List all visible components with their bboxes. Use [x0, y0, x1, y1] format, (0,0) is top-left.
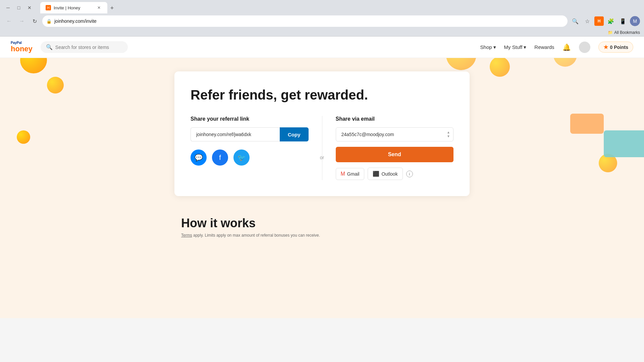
share-email-label: Share via email — [336, 116, 454, 122]
email-arrows: ▲ ▼ — [447, 131, 450, 138]
all-bookmarks-link[interactable]: 📁 All Bookmarks — [608, 30, 640, 35]
browser-toolbar: ← → ↻ 🔒 joinhoney.com/invite 🔍 ☆ H 🧩 📱 M — [0, 13, 644, 29]
profile-avatar[interactable]: M — [630, 16, 640, 26]
share-link-label: Share your referral link — [191, 116, 309, 122]
shop-chevron-icon: ▾ — [493, 44, 496, 50]
extensions-button[interactable]: 🧩 — [606, 16, 616, 26]
paypal-label: PayPal — [11, 41, 33, 45]
email-clients: M Gmail ⬛ Outlook i — [336, 168, 454, 180]
rewards-link[interactable]: Rewards — [534, 44, 554, 50]
gmail-icon: M — [341, 171, 345, 177]
toolbar-icons: 🔍 ☆ H 🧩 📱 M — [570, 16, 640, 26]
maximize-button[interactable]: □ — [14, 3, 23, 12]
coin-decoration — [599, 154, 617, 172]
device-button[interactable]: 📱 — [618, 16, 628, 26]
points-badge[interactable]: ★ 0 Points — [598, 42, 633, 53]
orange-decoration — [570, 114, 604, 134]
page-content: PayPal honey 🔍 Shop ▾ My Stuff ▾ Rewards… — [0, 37, 644, 318]
or-divider: or — [320, 155, 324, 160]
search-icon-button[interactable]: 🔍 — [570, 16, 580, 26]
tab-favicon: H — [46, 5, 51, 10]
folder-icon: 📁 — [608, 30, 613, 35]
messenger-share-button[interactable]: 💬 — [191, 149, 207, 166]
refresh-button[interactable]: ↻ — [30, 16, 40, 26]
close-window-button[interactable]: ✕ — [25, 3, 34, 12]
tab-bar: H Invite | Honey ✕ + — [37, 2, 120, 13]
page-title: Refer friends, get rewarded. — [191, 87, 453, 103]
honey-logo[interactable]: PayPal honey — [11, 41, 33, 53]
how-it-works-title: How it works — [181, 216, 463, 230]
terms-text: Terms apply. Limits apply on max amount … — [181, 233, 463, 238]
my-stuff-chevron-icon: ▾ — [524, 44, 526, 50]
search-input[interactable] — [55, 45, 122, 50]
messenger-icon: 💬 — [195, 154, 203, 162]
my-stuff-link[interactable]: My Stuff ▾ — [504, 44, 527, 50]
facebook-icon: f — [219, 154, 221, 162]
outlook-icon: ⬛ — [373, 171, 379, 177]
twitter-share-button[interactable]: 🐦 — [233, 149, 250, 166]
left-section: Share your referral link Copy 💬 f 🐦 — [191, 116, 322, 180]
info-icon[interactable]: i — [406, 171, 413, 177]
coin-decoration — [17, 130, 30, 144]
honey-navbar: PayPal honey 🔍 Shop ▾ My Stuff ▾ Rewards… — [0, 37, 644, 58]
nav-search[interactable]: 🔍 — [41, 41, 128, 53]
minimize-button[interactable]: ─ — [3, 3, 13, 12]
nav-right: Shop ▾ My Stuff ▾ Rewards 🔔 ★ 0 Points — [480, 42, 633, 53]
honey-label: honey — [11, 45, 33, 53]
user-avatar[interactable] — [579, 42, 590, 53]
address-bar[interactable]: 🔒 joinhoney.com/invite — [42, 15, 568, 27]
email-input[interactable] — [336, 127, 454, 141]
tab-title: Invite | Honey — [54, 5, 93, 10]
arrow-down-icon[interactable]: ▼ — [447, 135, 450, 138]
outlook-button[interactable]: ⬛ Outlook — [368, 168, 402, 180]
arrow-up-icon[interactable]: ▲ — [447, 131, 450, 134]
referral-row: Copy — [191, 127, 309, 141]
forward-button[interactable]: → — [17, 16, 27, 26]
social-icons: 💬 f 🐦 — [191, 149, 309, 166]
browser-chrome: ─ □ ✕ H Invite | Honey ✕ + ← → ↻ � — [0, 0, 644, 37]
security-icon: 🔒 — [46, 19, 52, 24]
honey-extension-icon[interactable]: H — [594, 16, 604, 26]
right-section: Share via email ▲ ▼ Send M Gmail ⬛ — [322, 116, 454, 180]
shop-link[interactable]: Shop ▾ — [480, 44, 496, 50]
teal-decoration — [604, 130, 644, 157]
star-icon: ★ — [603, 44, 608, 50]
twitter-icon: 🐦 — [237, 154, 246, 162]
email-input-wrapper: ▲ ▼ — [336, 127, 454, 141]
coin-decoration — [490, 57, 510, 77]
how-section: How it works Terms apply. Limits apply o… — [0, 209, 644, 258]
coin-decoration — [47, 77, 64, 94]
send-button[interactable]: Send — [336, 147, 454, 162]
search-icon: 🔍 — [46, 44, 53, 50]
active-tab[interactable]: H Invite | Honey ✕ — [40, 2, 107, 13]
gmail-button[interactable]: M Gmail — [336, 168, 365, 180]
tab-close-button[interactable]: ✕ — [96, 5, 102, 11]
back-button[interactable]: ← — [4, 16, 14, 26]
window-controls: ─ □ ✕ — [3, 3, 34, 12]
terms-link[interactable]: Terms — [181, 233, 192, 238]
bookmarks-bar: 📁 All Bookmarks — [0, 29, 644, 37]
card-body: Share your referral link Copy 💬 f 🐦 — [191, 116, 453, 180]
new-tab-button[interactable]: + — [107, 3, 117, 13]
titlebar: ─ □ ✕ H Invite | Honey ✕ + — [0, 0, 644, 13]
facebook-share-button[interactable]: f — [212, 149, 228, 166]
bookmark-icon-button[interactable]: ☆ — [582, 16, 592, 26]
terms-description: apply. Limits apply on max amount of ref… — [193, 233, 320, 238]
url-text: joinhoney.com/invite — [54, 18, 564, 24]
main-card: Refer friends, get rewarded. Share your … — [174, 71, 470, 196]
copy-button[interactable]: Copy — [280, 127, 309, 141]
notification-bell-icon[interactable]: 🔔 — [562, 43, 571, 51]
referral-link-input[interactable] — [191, 127, 280, 141]
